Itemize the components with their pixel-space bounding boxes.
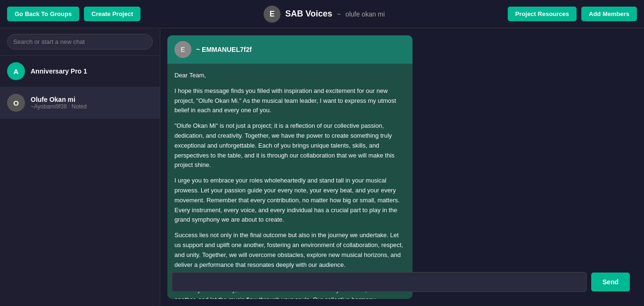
project-resources-button[interactable]: Project Resources bbox=[508, 7, 577, 21]
chat-info: Olufe Okan mi ~Ayobami9f38 : Noted bbox=[31, 96, 153, 110]
message-header: E ~ EMMANUEL7f2f bbox=[167, 35, 413, 64]
channel-name: SAB Voices bbox=[285, 9, 332, 19]
send-button[interactable]: Send bbox=[591, 273, 630, 291]
message-input[interactable] bbox=[172, 272, 586, 292]
main-layout: A Anniversary Pro 1 O Olufe Okan mi ~Ayo… bbox=[0, 28, 644, 306]
header-separator: ~ bbox=[337, 10, 341, 18]
message-para-2: "Olufe Okan Mi" is not just a project; i… bbox=[174, 121, 405, 170]
project-name: olufe okan mi bbox=[346, 10, 385, 18]
list-item[interactable]: A Anniversary Pro 1 bbox=[0, 56, 160, 87]
chat-name: Olufe Okan mi bbox=[31, 96, 153, 103]
message-para-1: I hope this message finds you filled wit… bbox=[174, 86, 405, 116]
chat-preview: ~Ayobami9f38 : Noted bbox=[31, 103, 153, 110]
back-to-groups-button[interactable]: Go Back To Groups bbox=[7, 7, 79, 21]
search-input[interactable] bbox=[7, 34, 153, 50]
header-center: E SAB Voices ~ olufe okan mi bbox=[140, 6, 508, 23]
message-username: ~ EMMANUEL7f2f bbox=[196, 46, 252, 53]
input-area: Send bbox=[172, 272, 630, 292]
header-left: Go Back To Groups Create Project bbox=[7, 7, 140, 21]
message-body: Dear Team, I hope this message finds you… bbox=[167, 64, 413, 299]
search-box bbox=[0, 28, 160, 56]
message-para-4: Success lies not only in the final outco… bbox=[174, 231, 405, 270]
header: Go Back To Groups Create Project E SAB V… bbox=[0, 0, 644, 28]
message-text: Dear Team, I hope this message finds you… bbox=[174, 71, 405, 299]
message-avatar: E bbox=[174, 41, 191, 58]
avatar: O bbox=[7, 94, 25, 112]
header-avatar: E bbox=[264, 6, 281, 23]
avatar: A bbox=[7, 62, 25, 80]
list-item[interactable]: O Olufe Okan mi ~Ayobami9f38 : Noted bbox=[0, 87, 160, 119]
add-members-button[interactable]: Add Members bbox=[581, 7, 637, 21]
chat-name: Anniversary Pro 1 bbox=[31, 67, 153, 75]
chat-area: E ~ EMMANUEL7f2f Dear Team, I hope this … bbox=[160, 28, 644, 306]
message-para-0: Dear Team, bbox=[174, 71, 405, 81]
create-project-button[interactable]: Create Project bbox=[84, 7, 140, 21]
chat-list: A Anniversary Pro 1 O Olufe Okan mi ~Ayo… bbox=[0, 56, 160, 306]
chat-content: E ~ EMMANUEL7f2f Dear Team, I hope this … bbox=[167, 35, 637, 299]
chat-info: Anniversary Pro 1 bbox=[31, 67, 153, 75]
message-para-3: I urge you to embrace your roles wholehe… bbox=[174, 176, 405, 225]
message-card: E ~ EMMANUEL7f2f Dear Team, I hope this … bbox=[167, 35, 413, 299]
header-right: Project Resources Add Members bbox=[508, 7, 637, 21]
sidebar: A Anniversary Pro 1 O Olufe Okan mi ~Ayo… bbox=[0, 28, 160, 306]
